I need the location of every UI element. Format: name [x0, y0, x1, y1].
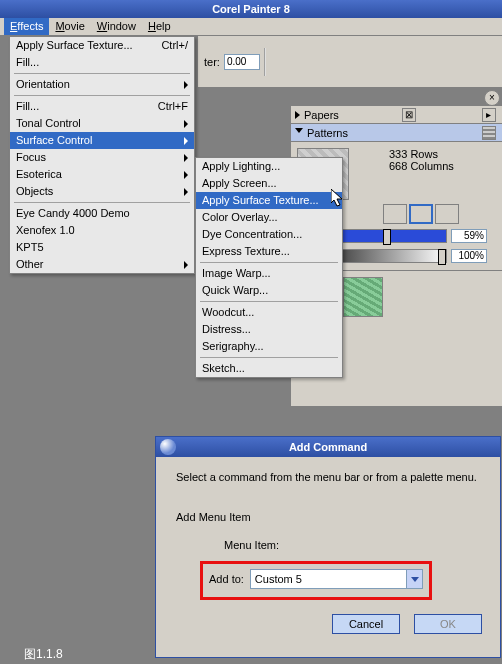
menu-separator [14, 73, 190, 74]
tile-option-2[interactable] [409, 204, 433, 224]
add-command-dialog: Add Command Select a command from the me… [155, 436, 501, 658]
add-menu-item-label: Add Menu Item [176, 511, 480, 523]
patterns-palette-header[interactable]: Patterns [291, 124, 502, 142]
collapse-icon [295, 128, 303, 137]
menu-item-fill[interactable]: Fill... [10, 54, 194, 71]
submenu-serigraphy[interactable]: Serigraphy... [196, 338, 342, 355]
close-icon[interactable]: ⊠ [402, 108, 416, 122]
options-toolbar: ter: [198, 36, 502, 88]
menubar: Effects Movie Window Help [0, 18, 502, 36]
surface-control-submenu: Apply Lighting... Apply Screen... Apply … [195, 157, 343, 378]
submenu-arrow-icon [184, 154, 188, 162]
menu-help[interactable]: Help [142, 18, 177, 35]
add-to-combo[interactable]: Custom 5 [250, 569, 423, 589]
app-icon [160, 439, 176, 455]
submenu-sketch[interactable]: Sketch... [196, 360, 342, 377]
highlight-box: Add to: Custom 5 [200, 561, 432, 600]
submenu-arrow-icon [184, 120, 188, 128]
submenu-arrow-icon [184, 81, 188, 89]
patterns-title: Patterns [307, 127, 348, 139]
figure-caption: 图1.1.8 [24, 646, 63, 663]
combo-value: Custom 5 [255, 573, 302, 585]
rows-label: 333 Rows [389, 148, 454, 160]
submenu-arrow-icon [184, 137, 188, 145]
submenu-dye-concentration[interactable]: Dye Concentration... [196, 226, 342, 243]
submenu-apply-screen[interactable]: Apply Screen... [196, 175, 342, 192]
menu-separator [14, 95, 190, 96]
expand-icon [295, 111, 300, 119]
tile-mode-row [383, 204, 496, 224]
submenu-apply-lighting[interactable]: Apply Lighting... [196, 158, 342, 175]
menu-item-objects[interactable]: Objects [10, 183, 194, 200]
menu-item-kpt5[interactable]: KPT5 [10, 239, 194, 256]
strip-thumb[interactable] [343, 277, 383, 317]
cols-label: 668 Columns [389, 160, 454, 172]
submenu-arrow-icon [184, 261, 188, 269]
submenu-express-texture[interactable]: Express Texture... [196, 243, 342, 260]
menu-item-esoterica[interactable]: Esoterica [10, 166, 194, 183]
menu-item-eyecandy[interactable]: Eye Candy 4000 Demo [10, 205, 194, 222]
menu-separator [200, 262, 338, 263]
effects-menu: Apply Surface Texture...Ctrl+/ Fill... O… [9, 36, 195, 274]
submenu-woodcut[interactable]: Woodcut... [196, 304, 342, 321]
dialog-instruction: Select a command from the menu bar or fr… [176, 471, 480, 483]
menu-item-fill2[interactable]: Fill...Ctrl+F [10, 98, 194, 115]
submenu-distress[interactable]: Distress... [196, 321, 342, 338]
field-label: ter: [204, 56, 220, 68]
menu-item-label: Menu Item: [224, 539, 480, 551]
submenu-image-warp[interactable]: Image Warp... [196, 265, 342, 282]
menu-separator [200, 301, 338, 302]
add-to-label: Add to: [209, 573, 244, 585]
app-titlebar: Corel Painter 8 [0, 0, 502, 18]
tile-option-3[interactable] [435, 204, 459, 224]
dialog-titlebar[interactable]: Add Command [156, 437, 500, 457]
separator [264, 48, 266, 76]
menu-item-surface-control[interactable]: Surface Control [10, 132, 194, 149]
submenu-color-overlay[interactable]: Color Overlay... [196, 209, 342, 226]
menu-item-apply-surface-texture[interactable]: Apply Surface Texture...Ctrl+/ [10, 37, 194, 54]
submenu-arrow-icon [184, 171, 188, 179]
cancel-button[interactable]: Cancel [332, 614, 400, 634]
palette-group-close-icon[interactable]: × [484, 90, 500, 106]
menu-item-tonal-control[interactable]: Tonal Control [10, 115, 194, 132]
papers-title: Papers [304, 109, 339, 121]
papers-palette-header[interactable]: Papers ⊠ ▸ [291, 106, 502, 124]
numeric-field[interactable] [224, 54, 260, 70]
menu-effects[interactable]: Effects [4, 18, 49, 35]
menu-item-focus[interactable]: Focus [10, 149, 194, 166]
menu-separator [200, 357, 338, 358]
menu-item-xenofex[interactable]: Xenofex 1.0 [10, 222, 194, 239]
tile-option-1[interactable] [383, 204, 407, 224]
submenu-quick-warp[interactable]: Quick Warp... [196, 282, 342, 299]
grid-icon[interactable] [482, 126, 496, 140]
submenu-arrow-icon [184, 188, 188, 196]
ok-button[interactable]: OK [414, 614, 482, 634]
menu-window[interactable]: Window [91, 18, 142, 35]
menu-item-other[interactable]: Other [10, 256, 194, 273]
submenu-apply-surface-texture[interactable]: Apply Surface Texture... [196, 192, 342, 209]
menu-icon[interactable]: ▸ [482, 108, 496, 122]
slider-1-value: 59% [451, 229, 487, 243]
dropdown-arrow-icon[interactable] [406, 570, 422, 588]
menu-item-orientation[interactable]: Orientation [10, 76, 194, 93]
slider-2-value: 100% [451, 249, 487, 263]
menu-separator [14, 202, 190, 203]
menu-movie[interactable]: Movie [49, 18, 90, 35]
